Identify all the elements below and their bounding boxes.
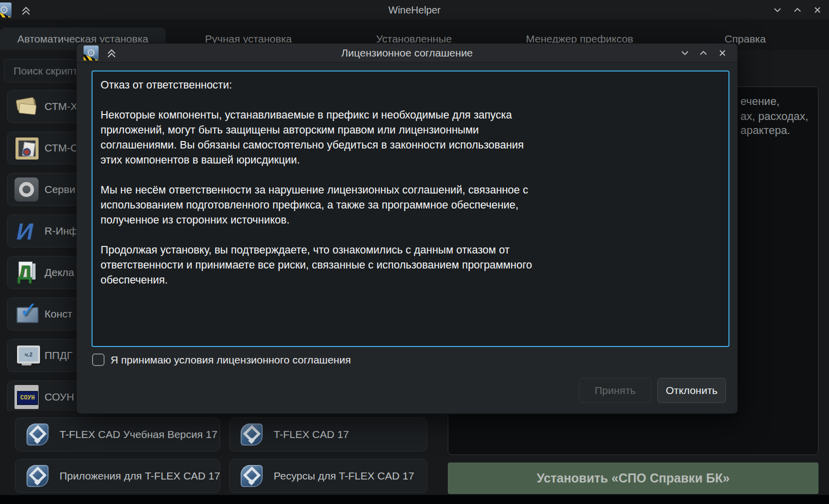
minimize-icon[interactable]: [771, 4, 784, 16]
maximize-icon[interactable]: [697, 46, 710, 60]
app-card-tflex-cad[interactable]: T-FLEX CAD 17: [229, 418, 427, 452]
license-accept-label[interactable]: Я принимаю условия лицензионного соглаше…: [111, 354, 351, 366]
app-card-tflex-edu[interactable]: T-FLEX CAD Учебная Версия 17: [15, 418, 220, 452]
script-icon: [15, 136, 39, 160]
script-icon: [15, 385, 39, 409]
tflex-icon: [241, 424, 263, 446]
app-card-tflex-apps[interactable]: Приложения для T-FLEX CAD 17: [15, 459, 220, 493]
script-label: Серви: [45, 184, 75, 196]
dialog-titlebar[interactable]: Лицензионное соглашение: [77, 44, 737, 62]
app-card-label: Приложения для T-FLEX CAD 17: [60, 470, 220, 482]
window-title: WineHelper: [0, 0, 829, 20]
minimize-icon[interactable]: [678, 46, 691, 60]
maximize-icon[interactable]: [791, 4, 804, 16]
script-label: СТМ-Х: [45, 100, 78, 112]
script-label: ППДГ: [45, 350, 73, 362]
license-text[interactable]: Отказ от ответственности: Некоторые комп…: [92, 70, 729, 347]
description-fragment: ах, расходах,: [740, 109, 808, 124]
close-icon[interactable]: [716, 46, 729, 60]
script-icon: [15, 219, 39, 243]
app-card-tflex-resources[interactable]: Ресурсы для T-FLEX CAD 17: [229, 459, 427, 493]
script-icon: [15, 178, 39, 202]
script-icon: [15, 94, 39, 118]
script-icon: [15, 260, 39, 284]
tflex-icon: [27, 424, 49, 446]
install-button[interactable]: Установить «СПО Справки БК»: [448, 462, 818, 494]
accept-button[interactable]: Принять: [579, 378, 651, 403]
script-icon: [15, 302, 39, 326]
license-accept-checkbox[interactable]: [92, 354, 105, 366]
tflex-icon: [27, 465, 49, 487]
close-icon[interactable]: [811, 4, 824, 16]
app-card-label: T-FLEX CAD Учебная Версия 17: [60, 428, 218, 440]
script-label: СОУН: [45, 391, 74, 403]
license-dialog: Лицензионное соглашение Отказ от ответст…: [76, 43, 738, 414]
screen: WineHelper Автоматическая установка Ручн…: [0, 0, 829, 504]
dialog-title: Лицензионное соглашение: [77, 44, 737, 62]
script-label: R-Инф: [45, 225, 78, 237]
bottom-strip: [0, 495, 829, 504]
script-icon: [15, 344, 39, 368]
description-fragment: ечение,: [740, 94, 779, 109]
accept-terms-row: Я принимаю условия лицензионного соглаше…: [92, 354, 351, 366]
description-fragment: арактера.: [740, 123, 790, 138]
tflex-icon: [241, 465, 263, 487]
script-label: Конст: [45, 308, 73, 320]
script-label: Декла: [45, 266, 74, 278]
app-card-label: Ресурсы для T-FLEX CAD 17: [274, 470, 414, 482]
main-titlebar[interactable]: WineHelper: [0, 0, 829, 20]
decline-button[interactable]: Отклонить: [657, 378, 726, 403]
script-label: СТМ-С: [45, 142, 78, 154]
app-card-label: T-FLEX CAD 17: [274, 428, 349, 440]
